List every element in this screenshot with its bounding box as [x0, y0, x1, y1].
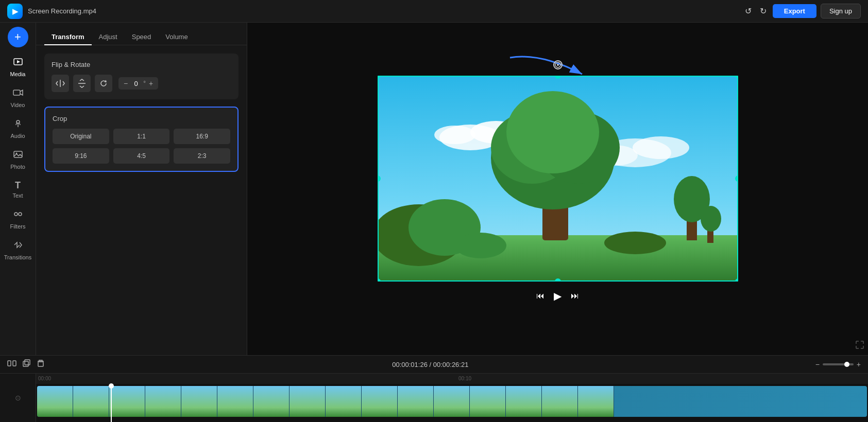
crop-title: Crop: [53, 115, 230, 122]
text-icon: T: [15, 180, 21, 191]
track-thumbnail-16: [578, 386, 614, 417]
sidebar-item-audio[interactable]: Audio: [3, 114, 33, 143]
tab-adjust[interactable]: Adjust: [92, 29, 125, 45]
flip-rotate-section: Flip & Rotate − 0 ° +: [44, 54, 239, 99]
current-time: 00:00:01:26: [392, 361, 428, 368]
preview-scene: [378, 76, 738, 282]
crop-preset-4-5[interactable]: 4:5: [113, 148, 170, 164]
timeline-left-col: ⊙: [0, 374, 36, 422]
previous-frame-button[interactable]: ⏮: [536, 291, 544, 301]
svg-marker-1: [17, 60, 20, 63]
track-thumbnail-2: [73, 386, 109, 417]
panel-content: Flip & Rotate − 0 ° +: [36, 45, 247, 180]
sidebar-item-video[interactable]: Video: [3, 83, 33, 112]
split-button[interactable]: [7, 359, 16, 370]
duplicate-button[interactable]: [22, 359, 31, 370]
svg-rect-5: [14, 151, 22, 157]
fullscreen-button[interactable]: [856, 341, 864, 351]
timeline-body: ⊙ 00:00 00:10: [0, 374, 868, 422]
delete-button[interactable]: [36, 359, 45, 370]
timeline-track-area: [36, 386, 868, 422]
playhead[interactable]: [111, 386, 112, 422]
svg-point-16: [434, 126, 475, 144]
topbar: ▶ Screen Recording.mp4 ↺ ↻ Export Sign u…: [0, 0, 868, 23]
player-controls: ⏮ ▶ ⏭: [536, 290, 579, 302]
zoom-in-button[interactable]: +: [857, 360, 861, 368]
track-thumbnail-14: [506, 386, 542, 417]
track-thumbnail-1: [37, 386, 73, 417]
file-name: Screen Recording.mp4: [28, 7, 738, 15]
tab-speed[interactable]: Speed: [125, 29, 159, 45]
svg-point-24: [506, 91, 599, 173]
track-thumbnail-7: [253, 386, 290, 417]
play-button[interactable]: ▶: [554, 290, 561, 302]
rotate-value-control: − 0 ° +: [118, 77, 158, 90]
transform-panel: Transform Adjust Speed Volume Flip & Rot…: [36, 23, 247, 355]
sidebar: + Media Video Audio Photo T: [0, 23, 36, 355]
tab-volume[interactable]: Volume: [158, 29, 195, 45]
track-thumbnail-10: [362, 386, 398, 417]
sidebar-item-transitions-label: Transitions: [4, 254, 31, 260]
total-time: 00:00:26:21: [433, 361, 469, 368]
rotate-plus-button[interactable]: +: [148, 79, 154, 87]
svg-rect-2: [13, 90, 20, 95]
svg-rect-36: [25, 360, 30, 365]
zoom-slider[interactable]: [823, 363, 854, 365]
svg-rect-34: [13, 361, 16, 366]
svg-point-11: [557, 64, 559, 66]
track-thumbnail-6: [217, 386, 253, 417]
zoom-out-button[interactable]: −: [815, 360, 820, 368]
sidebar-item-photo[interactable]: Photo: [3, 145, 33, 174]
svg-point-8: [19, 213, 22, 216]
video-frame-wrapper: [378, 76, 738, 282]
ruler-mark-start: 00:00: [38, 376, 51, 381]
redo-button[interactable]: ↻: [758, 4, 769, 18]
timeline: 00:00:01:26 / 00:00:26:21 − + ⊙ 00:00 00…: [0, 355, 868, 422]
flip-rotate-title: Flip & Rotate: [52, 61, 231, 68]
crop-preset-9-16[interactable]: 9:16: [53, 148, 109, 164]
filters-icon: [13, 209, 23, 222]
video-track[interactable]: [37, 386, 867, 417]
timeline-toolbar: 00:00:01:26 / 00:00:26:21 − +: [0, 356, 868, 374]
main-area: + Media Video Audio Photo T: [0, 23, 868, 355]
crop-section: Crop Original 1:1 16:9 9:16 4:5 2:3: [44, 107, 239, 172]
sidebar-item-transitions[interactable]: Transitions: [3, 236, 33, 265]
sidebar-item-filters[interactable]: Filters: [3, 205, 33, 234]
crop-preset-2-3[interactable]: 2:3: [174, 148, 230, 164]
flip-horizontal-button[interactable]: [52, 75, 69, 92]
track-thumbnail-11: [398, 386, 434, 417]
rotate-drag-handle[interactable]: [553, 60, 563, 69]
timeline-layer-icon: ⊙: [15, 394, 21, 402]
crop-presets-grid: Original 1:1 16:9 9:16 4:5 2:3: [53, 129, 230, 164]
crop-preset-original[interactable]: Original: [53, 129, 109, 144]
add-media-button[interactable]: +: [8, 27, 28, 47]
crop-preset-16-9[interactable]: 16:9: [174, 129, 230, 144]
playhead-head: [109, 383, 114, 389]
undo-button[interactable]: ↺: [743, 4, 754, 18]
panel-tabs: Transform Adjust Speed Volume: [36, 23, 247, 45]
sidebar-item-photo-label: Photo: [10, 164, 25, 170]
svg-rect-35: [23, 361, 28, 366]
svg-point-29: [455, 233, 506, 258]
timeline-content: 00:00 00:10: [36, 374, 868, 422]
svg-point-18: [633, 136, 689, 159]
next-frame-button[interactable]: ⏭: [571, 291, 579, 301]
ruler-mark-mid: 00:10: [458, 376, 471, 381]
sidebar-item-media[interactable]: Media: [3, 52, 33, 81]
svg-point-7: [14, 213, 18, 216]
track-thumbnail-4: [145, 386, 181, 417]
crop-handle-bottom-mid[interactable]: [555, 278, 561, 282]
photo-icon: [13, 149, 23, 162]
topbar-actions: ↺ ↻ Export Sign up: [743, 4, 861, 19]
export-button[interactable]: Export: [773, 4, 816, 18]
tab-transform[interactable]: Transform: [44, 29, 92, 45]
signup-button[interactable]: Sign up: [821, 4, 861, 19]
app-logo: ▶: [7, 4, 23, 19]
rotate-button[interactable]: [95, 75, 112, 92]
sidebar-item-text[interactable]: T Text: [3, 176, 33, 203]
crop-preset-1-1[interactable]: 1:1: [113, 129, 170, 144]
svg-point-32: [701, 206, 721, 232]
preview-area: ⏮ ▶ ⏭: [247, 23, 868, 355]
rotate-minus-button[interactable]: −: [123, 79, 129, 87]
flip-vertical-button[interactable]: [73, 75, 91, 92]
